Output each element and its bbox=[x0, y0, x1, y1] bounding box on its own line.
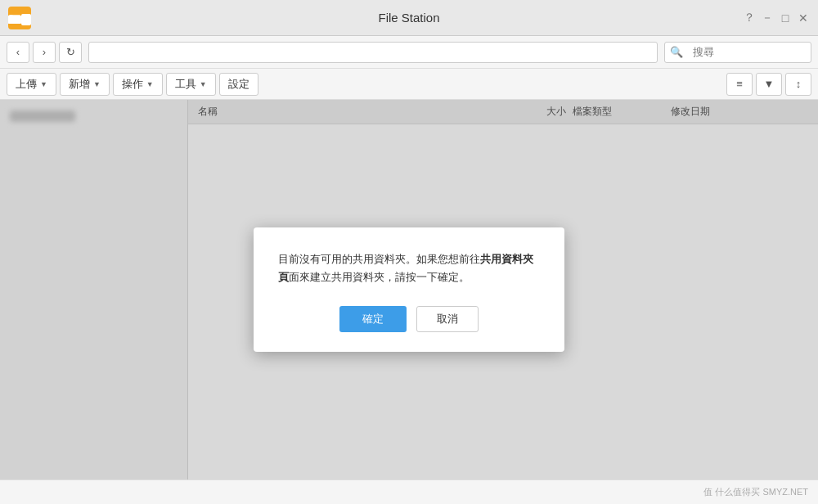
back-button[interactable]: ‹ bbox=[7, 42, 29, 63]
forward-button[interactable]: › bbox=[33, 42, 56, 63]
nav-toolbar: ‹ › ↻ 🔍 bbox=[0, 36, 818, 69]
new-arrow: ▼ bbox=[93, 80, 101, 88]
tools-label: 工具 bbox=[175, 77, 196, 92]
dialog-overlay: 目前沒有可用的共用資料夾。如果您想前往共用資料夾頁面來建立共用資料夾，請按一下確… bbox=[0, 100, 818, 479]
confirm-button[interactable]: 確定 bbox=[339, 306, 407, 332]
dialog-buttons: 確定 取消 bbox=[278, 306, 540, 332]
titlebar: File Station ？ － □ ✕ bbox=[0, 0, 818, 36]
action-arrow: ▼ bbox=[146, 80, 154, 88]
action-button[interactable]: 操作 ▼ bbox=[113, 73, 163, 96]
watermark: 值 什么值得买 SMYZ.NET bbox=[703, 486, 808, 498]
dialog-message: 目前沒有可用的共用資料夾。如果您想前往共用資料夾頁面來建立共用資料夾，請按一下確… bbox=[278, 250, 540, 286]
svg-rect-2 bbox=[8, 16, 21, 24]
window-controls: ？ － □ ✕ bbox=[743, 11, 810, 25]
close-button[interactable]: ✕ bbox=[797, 11, 810, 25]
settings-label: 設定 bbox=[228, 77, 249, 92]
action-toolbar: 上傳 ▼ 新增 ▼ 操作 ▼ 工具 ▼ 設定 ≡ ▼ ↕ bbox=[0, 69, 818, 100]
dialog: 目前沒有可用的共用資料夾。如果您想前往共用資料夾頁面來建立共用資料夾，請按一下確… bbox=[254, 227, 564, 352]
tools-button[interactable]: 工具 ▼ bbox=[166, 73, 216, 96]
list-view-button[interactable]: ≡ bbox=[726, 73, 753, 96]
search-box: 🔍 bbox=[664, 42, 811, 63]
tools-arrow: ▼ bbox=[200, 80, 207, 88]
view-dropdown-button[interactable]: ▼ bbox=[756, 73, 782, 96]
question-button[interactable]: ？ bbox=[743, 11, 756, 25]
app-title: File Station bbox=[378, 11, 439, 25]
action-label: 操作 bbox=[122, 77, 143, 92]
address-bar[interactable] bbox=[88, 42, 658, 63]
new-button[interactable]: 新增 ▼ bbox=[60, 73, 110, 96]
main-area: 名稱 大小 檔案類型 修改日期 目前沒有可用的共用資料夾。如果您想前往共用資料夾… bbox=[0, 100, 818, 479]
sort-button[interactable]: ↕ bbox=[785, 73, 811, 96]
new-label: 新增 bbox=[69, 77, 90, 92]
maximize-button[interactable]: □ bbox=[779, 11, 792, 25]
upload-arrow: ▼ bbox=[40, 80, 47, 88]
minimize-button[interactable]: － bbox=[761, 11, 774, 25]
dialog-message-part1: 目前沒有可用的共用資料夾。如果您想前往 bbox=[278, 253, 480, 265]
statusbar: 值 什么值得买 SMYZ.NET bbox=[0, 479, 818, 504]
app-icon bbox=[8, 7, 31, 29]
cancel-button[interactable]: 取消 bbox=[416, 306, 479, 332]
dialog-message-part2: 面來建立共用資料夾，請按一下確定。 bbox=[289, 271, 470, 283]
upload-label: 上傳 bbox=[16, 77, 37, 92]
settings-button[interactable]: 設定 bbox=[219, 73, 258, 96]
view-controls: ≡ ▼ ↕ bbox=[726, 73, 811, 96]
search-input[interactable] bbox=[693, 46, 818, 58]
search-icon: 🔍 bbox=[670, 46, 683, 58]
refresh-button[interactable]: ↻ bbox=[59, 42, 82, 63]
upload-button[interactable]: 上傳 ▼ bbox=[7, 73, 56, 96]
